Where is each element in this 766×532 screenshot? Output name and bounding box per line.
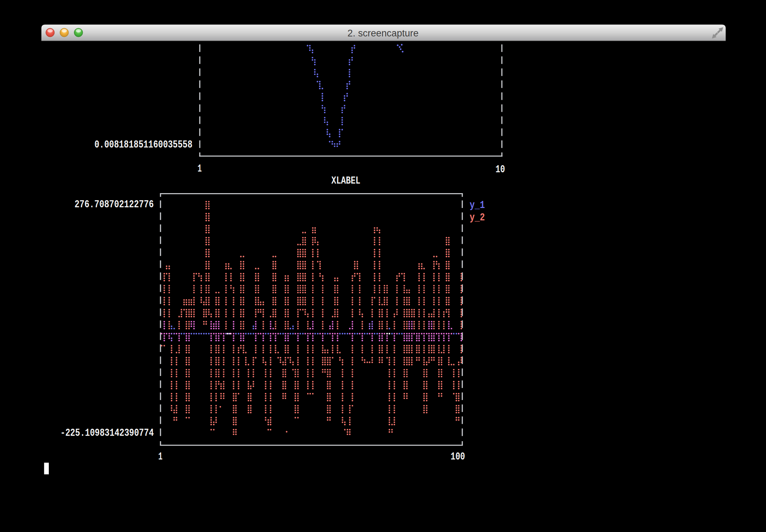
svg-text:1: 1 — [158, 451, 163, 463]
svg-text:y_1: y_1 — [470, 199, 485, 211]
svg-text:276.708702122776: 276.708702122776 — [75, 198, 154, 210]
svg-text:1: 1 — [198, 163, 202, 175]
svg-text:-225.10983142390774: -225.10983142390774 — [60, 427, 154, 439]
svg-text:XLABEL: XLABEL — [331, 175, 360, 187]
svg-text:2. screencapture: 2. screencapture — [347, 28, 418, 39]
svg-text:100: 100 — [451, 451, 465, 463]
svg-text:0.008181851160035558: 0.008181851160035558 — [94, 139, 192, 151]
svg-text:y_2: y_2 — [470, 212, 485, 224]
svg-text:10: 10 — [495, 163, 505, 175]
